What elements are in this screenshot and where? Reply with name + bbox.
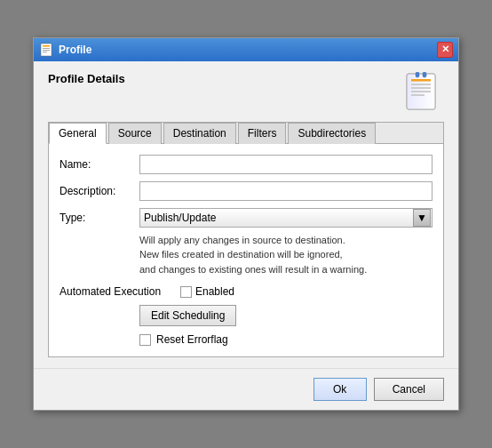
enabled-checkbox-wrap: Enabled — [180, 285, 234, 298]
window-icon — [39, 43, 53, 57]
title-bar: Profile ✕ — [34, 38, 458, 61]
name-row: Name: — [60, 155, 432, 174]
svg-rect-2 — [43, 48, 50, 49]
ok-button[interactable]: Ok — [313, 378, 367, 401]
tab-destination[interactable]: Destination — [163, 123, 236, 144]
svg-rect-12 — [416, 72, 419, 77]
svg-rect-10 — [411, 91, 431, 92]
cancel-button[interactable]: Cancel — [374, 378, 444, 401]
tab-subdirectories[interactable]: Subdirectories — [288, 123, 376, 144]
notepad-icon — [403, 72, 444, 113]
svg-rect-1 — [43, 45, 50, 47]
tab-general[interactable]: General — [49, 123, 107, 144]
enabled-label: Enabled — [195, 285, 234, 298]
window-title: Profile — [59, 44, 91, 56]
name-input[interactable] — [139, 155, 432, 174]
reset-errorflag-label: Reset Errorflag — [156, 333, 228, 346]
svg-rect-7 — [411, 79, 431, 82]
reset-errorflag-row: Reset Errorflag — [139, 333, 432, 346]
description-row: Description: — [60, 181, 432, 201]
automated-execution-row: Automated Execution Enabled — [60, 285, 432, 298]
automated-label: Automated Execution — [60, 285, 175, 298]
reset-errorflag-checkbox[interactable] — [139, 334, 151, 346]
profile-header: Profile Details — [48, 72, 444, 113]
tab-content-general: Name: Description: Type: Publish/Update … — [49, 144, 443, 357]
tabs-row: General Source Destination Filters Subdi… — [49, 123, 443, 144]
svg-rect-3 — [43, 50, 50, 51]
tabs-container: General Source Destination Filters Subdi… — [48, 122, 444, 358]
title-bar-left: Profile — [39, 43, 91, 57]
description-label: Description: — [60, 185, 139, 197]
dialog-footer: Ok Cancel — [34, 368, 458, 410]
svg-rect-13 — [423, 72, 426, 77]
svg-rect-9 — [411, 87, 431, 89]
edit-scheduling-row: Edit Scheduling — [139, 305, 432, 326]
description-input[interactable] — [139, 181, 432, 201]
type-row: Type: Publish/Update Mirror Backup ▼ — [60, 208, 432, 228]
svg-rect-4 — [43, 52, 47, 52]
main-content: Profile Details — [34, 61, 458, 369]
close-button[interactable]: ✕ — [437, 42, 453, 58]
type-label: Type: — [60, 212, 139, 224]
tab-filters[interactable]: Filters — [238, 123, 287, 144]
enabled-checkbox[interactable] — [180, 286, 192, 298]
type-select[interactable]: Publish/Update Mirror Backup — [139, 208, 432, 228]
tab-source[interactable]: Source — [108, 123, 162, 144]
name-label: Name: — [60, 158, 139, 171]
type-select-wrapper: Publish/Update Mirror Backup ▼ — [139, 208, 432, 228]
type-description: Will apply any changes in source to dest… — [139, 233, 432, 277]
edit-scheduling-button[interactable]: Edit Scheduling — [139, 305, 236, 326]
svg-rect-11 — [411, 94, 425, 96]
profile-window: Profile ✕ Profile Details — [33, 37, 459, 412]
svg-rect-8 — [411, 84, 431, 85]
profile-details-label: Profile Details — [48, 72, 125, 85]
